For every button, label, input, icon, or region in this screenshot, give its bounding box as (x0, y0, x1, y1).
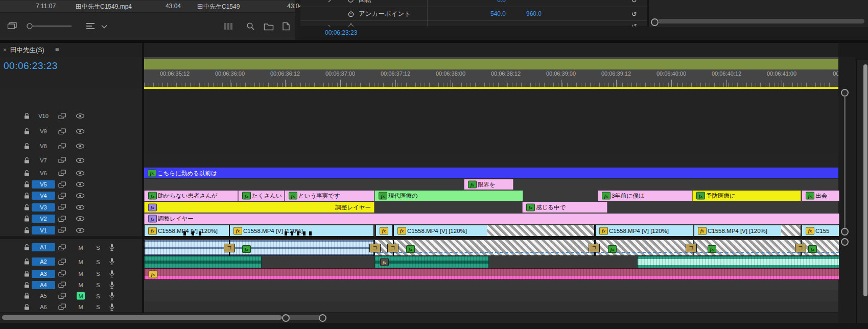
solo-button-A5[interactable]: S (94, 292, 102, 300)
clip-V4[interactable]: fx出会 (802, 191, 839, 201)
mute-button-A1[interactable]: M (77, 244, 85, 251)
mute-button-A2[interactable]: M (77, 258, 85, 266)
lock-icon[interactable] (24, 281, 30, 289)
audio-transition-chip[interactable]: コ (686, 244, 697, 252)
chevron-right-icon[interactable] (327, 0, 332, 4)
mic-icon[interactable] (108, 303, 115, 311)
track-target-toggle-V7[interactable]: V7 (32, 156, 55, 165)
mute-button-A6[interactable]: M (77, 303, 85, 311)
track-target-toggle-V10[interactable]: V10 (32, 112, 55, 120)
track-target-toggle-A2[interactable]: A2 (32, 257, 55, 266)
menu-icon[interactable] (86, 22, 95, 30)
circle-icon[interactable] (347, 0, 354, 4)
clip-A2[interactable] (144, 256, 262, 268)
new-item-icon[interactable] (282, 22, 290, 31)
project-list-row[interactable]: 7:11:07 田中先生C1549.mp4 43:04 田中先生C1549 43… (0, 1, 295, 13)
timeline-timecode[interactable]: 00:06:23:23 (4, 60, 58, 72)
mute-button-A5[interactable]: M (77, 292, 85, 300)
solo-button-A4[interactable]: S (94, 281, 102, 289)
clip-C155[interactable]: fxC155 (802, 225, 839, 237)
lock-icon[interactable] (24, 112, 30, 120)
sync-lock-icon[interactable] (58, 143, 66, 150)
audio-transition-chip[interactable]: コ (224, 244, 235, 252)
clip-V4[interactable]: fx現代医療の (374, 191, 523, 201)
columns-icon[interactable] (224, 22, 233, 30)
eye-icon[interactable] (76, 128, 85, 134)
clip-C1558-MP4-V-120[interactable]: fxC1558.MP4 [V] [120%] (393, 225, 595, 237)
clip-C1558-MP4-V-120[interactable]: fxC1558.MP4 [V] [120%] (144, 225, 229, 237)
clip-V6[interactable]: fxこちらに勤める以前は (144, 168, 838, 178)
lock-icon[interactable] (24, 227, 30, 234)
sync-lock-icon[interactable] (58, 293, 66, 299)
layers-icon[interactable] (7, 21, 18, 31)
param-value-x[interactable]: 540.0 (475, 10, 506, 17)
clip-C1558-MP4-V-120[interactable]: fxC1558.MP4 [V] [120%] (229, 225, 374, 237)
audio-transition-chip[interactable]: コ (387, 244, 398, 252)
lock-icon[interactable] (24, 128, 30, 135)
eye-icon[interactable] (76, 216, 85, 222)
eye-icon[interactable] (76, 227, 85, 233)
horizontal-zoom-scrollbar[interactable] (2, 315, 282, 320)
adjacent-panel-scrollbar[interactable] (863, 64, 867, 296)
scrollbar-handle-right[interactable] (319, 314, 326, 322)
solo-button-A1[interactable]: S (94, 244, 102, 251)
clip-V2[interactable]: fx調整レイヤー (144, 214, 839, 224)
clip-A1[interactable]: fx (229, 240, 374, 256)
sync-lock-icon[interactable] (58, 216, 66, 222)
sync-lock-icon[interactable] (58, 281, 66, 288)
search-icon[interactable] (246, 22, 255, 31)
clip-V3[interactable]: fx調整レイヤー (144, 202, 374, 213)
lock-icon[interactable] (24, 143, 30, 150)
solo-button-A2[interactable]: S (94, 258, 102, 266)
lock-icon[interactable] (24, 170, 30, 177)
lock-icon[interactable] (24, 157, 30, 164)
scrollbar-segment[interactable] (284, 315, 322, 320)
sync-lock-icon[interactable] (58, 170, 66, 176)
reset-param-icon[interactable]: ↺ (631, 22, 637, 27)
scrollbar-handle-left[interactable] (282, 314, 290, 322)
lock-icon[interactable] (24, 192, 30, 199)
clip-A1[interactable] (144, 240, 229, 256)
vscroll-handle-bottom[interactable] (841, 228, 849, 236)
track-target-toggle-A6[interactable]: A6 (32, 303, 55, 311)
eye-icon[interactable] (76, 143, 85, 149)
chevron-right-icon[interactable] (327, 24, 332, 27)
track-target-toggle-A5[interactable]: A5 (32, 292, 55, 300)
vzoom-handle[interactable] (841, 238, 849, 246)
lock-icon[interactable] (24, 215, 30, 222)
reset-param-icon[interactable]: ↺ (631, 0, 637, 4)
eye-icon[interactable] (76, 181, 85, 187)
eye-icon[interactable] (76, 157, 85, 163)
zoom-slider[interactable] (26, 21, 74, 31)
sync-lock-icon[interactable] (58, 270, 66, 277)
lock-icon[interactable] (24, 303, 30, 311)
clip-V4[interactable]: fx予防医療に (692, 191, 801, 201)
track-target-toggle-V5[interactable]: V5 (32, 180, 55, 189)
track-target-toggle-V8[interactable]: V8 (32, 142, 55, 150)
audio-transition-chip[interactable]: コ (589, 244, 600, 252)
stopwatch-icon[interactable] (347, 10, 355, 17)
panel-menu-icon[interactable]: ≡ (55, 45, 59, 53)
lock-icon[interactable] (24, 204, 30, 211)
clip-A1[interactable]: fx (393, 240, 595, 256)
horizontal-scrollbar[interactable] (658, 19, 864, 24)
sync-lock-icon[interactable] (58, 113, 66, 120)
eye-icon[interactable] (76, 170, 85, 176)
clip-V3[interactable]: fx感じる中で (522, 202, 607, 213)
solo-button-A3[interactable]: S (94, 270, 102, 277)
solo-button-A6[interactable]: S (94, 303, 102, 311)
stopwatch-icon[interactable] (347, 22, 355, 27)
mute-button-A3[interactable]: M (77, 270, 85, 277)
clip-A2[interactable] (637, 256, 839, 268)
folder-icon[interactable] (264, 22, 274, 31)
param-value-y[interactable]: 960.0 (511, 10, 542, 17)
sync-lock-icon[interactable] (58, 204, 66, 210)
track-target-toggle-A3[interactable]: A3 (32, 270, 55, 278)
lock-icon[interactable] (24, 292, 30, 299)
vertical-scrollbar[interactable] (844, 97, 846, 228)
eye-icon[interactable] (76, 204, 85, 210)
clip-A1[interactable]: fx (694, 240, 801, 256)
sync-lock-icon[interactable] (58, 244, 66, 251)
clip-V1[interactable]: fx (376, 225, 393, 237)
work-area-bar[interactable] (144, 59, 838, 69)
